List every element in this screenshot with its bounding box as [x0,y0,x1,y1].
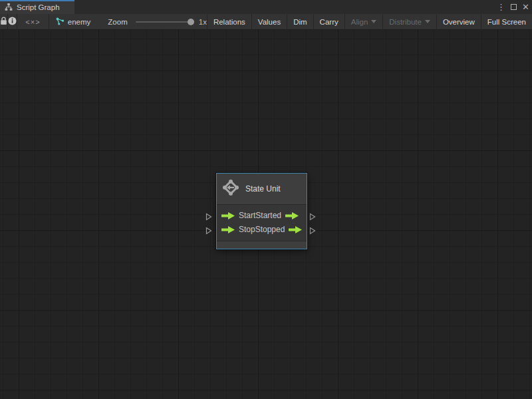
lock-button[interactable] [0,14,7,30]
port-label: Stop [239,225,255,234]
info-icon [8,17,17,27]
toolbar-separator [49,14,49,30]
graph-canvas[interactable]: State Unit Start Started Stop [0,30,532,399]
connect-port-triangle[interactable] [309,211,316,219]
output-port-stopped[interactable]: Stopped [255,225,303,234]
node-title: State Unit [245,184,281,194]
chevron-down-icon [371,20,376,23]
flow-arrow-icon [285,212,299,219]
tab-label: Script Graph [17,3,60,11]
overview-button[interactable]: Overview [437,14,481,30]
carry-button[interactable]: Carry [314,14,344,30]
values-button[interactable]: Values [252,14,287,30]
graph-icon [56,17,65,27]
align-dropdown: Align [345,14,383,30]
flow-arrow-icon [289,226,302,233]
zoom-control: Zoom 1x [108,18,207,26]
graph-toolbar: <×> enemy Zoom 1x Relations [0,14,532,30]
zoom-slider-handle[interactable] [188,19,194,25]
active-tab-accent [0,0,74,1]
flow-arrow-icon [221,226,235,233]
input-port-stop[interactable]: Stop [221,225,255,234]
node-ports: Start Started Stop Stopped [217,205,307,241]
port-label: Start [239,211,255,220]
graph-reference-breadcrumb[interactable]: enemy [56,17,91,27]
dim-button[interactable]: Dim [287,14,313,30]
lock-icon [0,17,7,27]
port-label: Stopped [255,225,285,234]
window-controls: ⋮ ✕ [497,0,529,14]
relations-button[interactable]: Relations [207,14,251,30]
state-unit-icon [222,179,239,199]
tab-script-graph[interactable]: Script Graph [0,0,74,14]
node-header[interactable]: State Unit [217,174,307,205]
state-unit-node[interactable]: State Unit Start Started Stop [216,173,307,249]
connect-port-triangle[interactable] [309,225,316,233]
toolbar-button-group: Relations Values Dim Carry Align Distrib… [207,14,532,30]
port-label: Started [255,211,281,220]
graph-name: enemy [68,18,91,26]
code-view-icon: <×> [25,18,40,26]
zoom-slider[interactable] [136,21,194,23]
flow-arrow-icon [221,212,235,219]
node-footer [217,241,307,249]
output-port-started[interactable]: Started [255,211,299,220]
zoom-value: 1x [199,18,207,26]
maximize-button[interactable] [511,4,517,10]
port-row: Start Started [217,209,307,222]
window-menu-button[interactable]: ⋮ [497,3,505,11]
info-button[interactable] [8,14,17,30]
connect-port-triangle[interactable] [205,211,212,219]
zoom-label: Zoom [108,18,127,26]
input-port-start[interactable]: Start [221,211,255,220]
chevron-down-icon [425,20,430,23]
connect-port-triangle[interactable] [205,225,212,233]
port-row: Stop Stopped [217,223,307,236]
graph-tree-icon [5,1,13,13]
tab-bar: Script Graph ⋮ ✕ [0,0,532,14]
distribute-dropdown: Distribute [383,14,436,30]
full-screen-button[interactable]: Full Screen [481,14,532,30]
close-button[interactable]: ✕ [522,3,529,11]
code-view-button[interactable]: <×> [17,14,49,30]
script-graph-window: Script Graph ⋮ ✕ [0,0,532,399]
